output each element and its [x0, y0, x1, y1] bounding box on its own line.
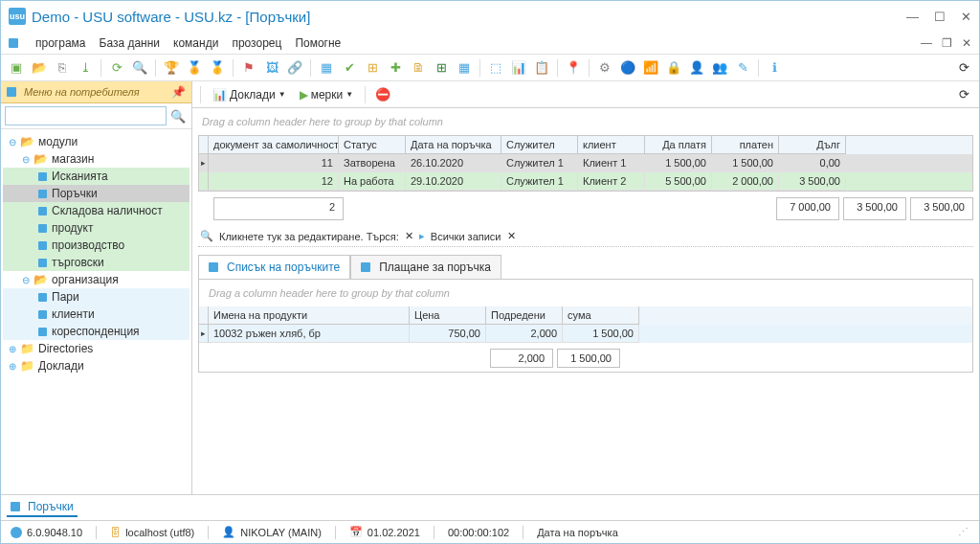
sidebar-search-input[interactable] — [5, 106, 167, 125]
table-row[interactable]: 12 На работа 29.10.2020 Служител 1 Клиен… — [199, 172, 972, 191]
close-button[interactable]: ✕ — [961, 10, 971, 24]
nav-tree: ⊖📂модули ⊖📂магазин Исканията Поръчки Скл… — [1, 129, 191, 494]
copy-icon[interactable]: ⎘ — [53, 58, 72, 78]
node-commercial[interactable]: търговски — [3, 254, 189, 271]
main-panel: 📊Доклади ▼ ▶мерки ▼ ⛔ ⟳ Drag a column he… — [192, 81, 979, 494]
node-production[interactable]: производство — [3, 237, 189, 254]
col-date[interactable]: Дата на поръчка — [406, 136, 501, 154]
node-stock[interactable]: Складова наличност — [3, 202, 189, 219]
sidebar-search-icon[interactable]: 🔍 — [168, 106, 188, 125]
col-id[interactable]: документ за самоличност — [209, 136, 339, 154]
node-store[interactable]: ⊖📂магазин — [3, 150, 189, 168]
pin-icon[interactable]: 📍 — [564, 58, 583, 78]
main-toolbar: ▣ 📂 ⎘ ⤓ ⟳ 🔍 🏆 🏅 🥇 ⚑ 🖼 🔗 ▦ ✔ ⊞ ✚ 🗎 ⊞ ▦ ⬚ … — [1, 55, 979, 81]
add-icon[interactable]: ✚ — [386, 58, 405, 78]
node-directories[interactable]: ⊕📁Directories — [3, 340, 189, 357]
form-icon[interactable]: 📋 — [532, 58, 551, 78]
flag-icon[interactable]: ⚑ — [239, 58, 258, 78]
group-hint: Drag a column header here to group by th… — [192, 108, 979, 135]
clear-all-icon[interactable]: ✕ — [507, 230, 516, 242]
node-orders[interactable]: Поръчки — [3, 185, 189, 202]
new-icon[interactable]: ▣ — [7, 58, 26, 78]
export-icon[interactable]: ⤓ — [76, 58, 95, 78]
node-requests[interactable]: Исканията — [3, 168, 189, 185]
node-modules[interactable]: ⊖📂модули — [3, 133, 189, 150]
menu-help[interactable]: Помогне — [295, 36, 341, 50]
table-row[interactable]: ▸ 11 Затворена 26.10.2020 Служител 1 Кли… — [199, 154, 972, 172]
node-reports[interactable]: ⊕📁Доклади — [3, 357, 189, 374]
info-icon[interactable]: ℹ — [765, 58, 784, 78]
document-tab-orders[interactable]: Поръчки — [7, 498, 78, 517]
excel-icon[interactable]: ⊞ — [432, 58, 451, 78]
all-records-label[interactable]: Всички записи — [431, 231, 501, 242]
filter-icon[interactable]: 🏆 — [162, 58, 181, 78]
refresh-icon[interactable]: ⟳ — [107, 58, 126, 78]
scol-price[interactable]: Цена — [410, 306, 486, 325]
rss-icon[interactable]: 📶 — [641, 58, 660, 78]
sync-icon[interactable]: ⟳ — [954, 58, 973, 78]
menu-commands[interactable]: команди — [173, 36, 218, 50]
clear-filter-icon[interactable]: ✕ — [405, 230, 413, 242]
menu-window[interactable]: прозорец — [232, 36, 281, 50]
mdi-restore-button[interactable]: ❐ — [942, 36, 952, 50]
sidebar-title: Меню на потребителя — [24, 86, 140, 98]
user-icon[interactable]: 👤 — [687, 58, 706, 78]
sync2-icon[interactable]: ⟳ — [954, 85, 973, 104]
menu-program[interactable]: програма — [35, 36, 86, 50]
sum-debt: 3 500,00 — [910, 197, 973, 220]
note-icon[interactable]: 🗎 — [409, 58, 428, 78]
table-row[interactable]: ▸ 10032 ръжен хляб, бр 750,00 2,000 1 50… — [199, 325, 972, 343]
node-money[interactable]: Пари — [3, 288, 189, 306]
check-icon[interactable]: ✔ — [340, 58, 359, 78]
filter2-icon[interactable]: 🏅 — [185, 58, 204, 78]
minimize-button[interactable]: — — [906, 10, 919, 24]
grid-icon[interactable]: ▦ — [455, 58, 474, 78]
menubar: програма База данни команди прозорец Пом… — [1, 32, 979, 55]
image-icon[interactable]: 🖼 — [262, 58, 281, 78]
node-clients[interactable]: клиенти — [3, 306, 189, 323]
node-product[interactable]: продукт — [3, 219, 189, 237]
reports-dropdown[interactable]: 📊Доклади ▼ — [209, 88, 290, 102]
maximize-button[interactable]: ☐ — [934, 10, 946, 24]
scol-sum[interactable]: сума — [563, 306, 639, 325]
calendar-icon: 📅 — [349, 526, 363, 538]
node-organization[interactable]: ⊖📂организация — [3, 271, 189, 288]
palette-icon[interactable]: 🔵 — [618, 58, 637, 78]
scol-qty[interactable]: Подредени — [486, 306, 563, 325]
col-client[interactable]: клиент — [578, 136, 645, 154]
filter3-icon[interactable]: 🥇 — [208, 58, 227, 78]
count-box: 2 — [213, 197, 344, 220]
window-icon[interactable]: ⬚ — [486, 58, 505, 78]
search-small-icon[interactable]: 🔍 — [200, 230, 213, 242]
node-correspondence[interactable]: кореспонденция — [3, 323, 189, 340]
resize-grip[interactable]: ⋰ — [958, 526, 969, 538]
tab-order-pay[interactable]: Плащане за поръчка — [350, 255, 501, 279]
filter-edit-label[interactable]: Кликнете тук за редактиране. Търся: — [219, 231, 399, 242]
col-pay[interactable]: Да платя — [645, 136, 712, 154]
col-debt[interactable]: Дълг — [779, 136, 846, 154]
sum-paid: 3 500,00 — [843, 197, 906, 220]
statusbar: 6.0.9048.10 🗄localhost (utf8) 👤NIKOLAY (… — [1, 520, 979, 543]
gear-icon[interactable]: ⚙ — [595, 58, 614, 78]
open-icon[interactable]: 📂 — [30, 58, 49, 78]
link-icon[interactable]: 🔗 — [285, 58, 304, 78]
col-paid[interactable]: платен — [712, 136, 779, 154]
tab-order-list[interactable]: Списък на поръчките — [198, 255, 350, 279]
col-emp[interactable]: Служител — [501, 136, 578, 154]
titlebar: usu Demo - USU software - USU.kz - [Поръ… — [1, 1, 979, 32]
brush-icon[interactable]: ✎ — [733, 58, 752, 78]
columns-icon[interactable]: ▦ — [317, 58, 336, 78]
users-icon[interactable]: 👥 — [710, 58, 729, 78]
stop-icon[interactable]: ⛔ — [373, 85, 392, 104]
tree-icon[interactable]: ⊞ — [363, 58, 382, 78]
col-status[interactable]: Статус — [339, 136, 406, 154]
lock-icon[interactable]: 🔒 — [664, 58, 683, 78]
scol-name[interactable]: Имена на продукти — [209, 306, 410, 325]
pin-sidebar-icon[interactable]: 📌 — [171, 85, 186, 99]
mdi-close-button[interactable]: ✕ — [962, 36, 971, 50]
menu-database[interactable]: База данни — [100, 36, 161, 50]
chart-icon[interactable]: 📊 — [509, 58, 528, 78]
search-icon[interactable]: 🔍 — [130, 58, 149, 78]
actions-dropdown[interactable]: ▶мерки ▼ — [296, 88, 357, 102]
mdi-minimize-button[interactable]: — — [921, 36, 932, 50]
